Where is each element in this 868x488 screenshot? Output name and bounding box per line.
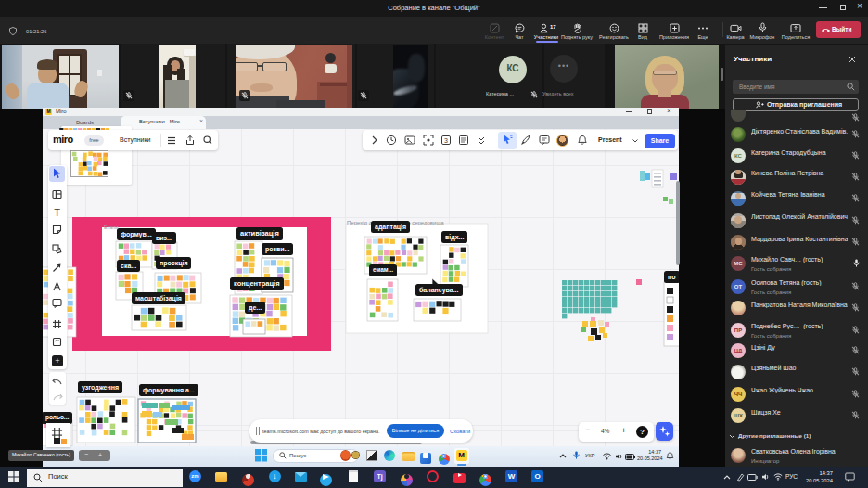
svg-text:T: T [54, 207, 60, 217]
svg-text:3: 3 [444, 137, 448, 144]
